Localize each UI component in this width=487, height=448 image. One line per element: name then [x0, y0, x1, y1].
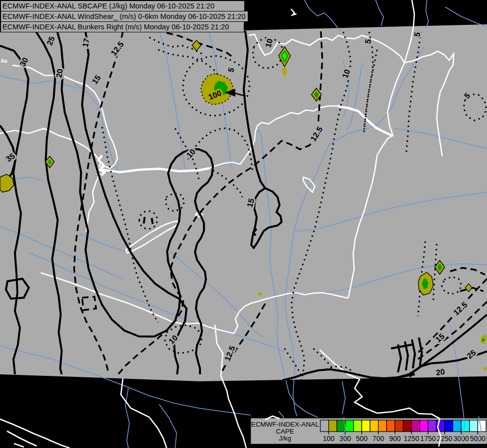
inner-mark1 — [144, 217, 145, 224]
legend-color-cell — [453, 420, 461, 432]
legend-value-label: 100 — [323, 435, 335, 443]
map-canvas: 302520171512.53510100510551012.51551012.… — [0, 0, 487, 448]
legend: ECMWF-INDEX-ANAL CAPE J/kg 1003005007009… — [251, 418, 487, 445]
legend-color-cell — [354, 420, 362, 432]
legend-color-cell — [461, 420, 470, 432]
legend-value-label: 1750 — [420, 435, 436, 443]
legend-color-cell — [379, 420, 387, 432]
title-windshear: ECMWF-INDEX-ANAL WindShear_ (m/s) 0-6km … — [0, 11, 248, 22]
legend-color-cell — [411, 420, 420, 432]
legend-color-cell — [395, 420, 403, 432]
legend-color-cell — [329, 420, 337, 432]
legend-color-cell — [387, 420, 395, 432]
contour-label: Aa — [1, 58, 7, 64]
legend-color-cell — [320, 420, 329, 432]
legend-color-cell — [420, 420, 428, 432]
legend-value-label: 700 — [373, 435, 385, 443]
legend-value-labels: 10030050070090012501750225030005000 — [323, 435, 486, 443]
legend-value-label: 500 — [356, 435, 368, 443]
legend-value-label: 3000 — [453, 435, 469, 443]
contour-label: 20 — [435, 367, 445, 377]
weather-map-screenshot: 302520171512.53510100510551012.51551012.… — [0, 0, 487, 448]
legend-color-cell — [370, 420, 379, 432]
contour-label: 20 — [55, 68, 64, 78]
legend-color-cell — [403, 420, 412, 432]
title-sbcape: ECMWF-INDEX-ANAL SBCAPE (J/kg) Monday 06… — [0, 0, 245, 11]
legend-title-line1: ECMWF-INDEX-ANAL — [251, 421, 319, 428]
contour-label: 17 — [81, 37, 91, 48]
legend-title-line2: CAPE — [276, 428, 294, 435]
legend-value-label: 1250 — [404, 435, 419, 443]
model-domain — [0, 24, 487, 381]
legend-color-cell — [362, 420, 370, 432]
legend-value-label: 900 — [389, 435, 401, 443]
inner-mark2 — [152, 218, 153, 224]
legend-value-label: 300 — [339, 435, 351, 443]
legend-color-cell — [445, 420, 453, 432]
title-bunkers-right: ECMWF-INDEX-ANAL Bunkers Right (m/s) Mon… — [0, 21, 244, 32]
legend-color-cell — [345, 420, 354, 432]
legend-color-cell — [428, 420, 436, 432]
legend-color-cell — [478, 420, 486, 432]
legend-title-line3: J/kg — [279, 435, 292, 442]
legend-color-cell — [470, 420, 478, 432]
